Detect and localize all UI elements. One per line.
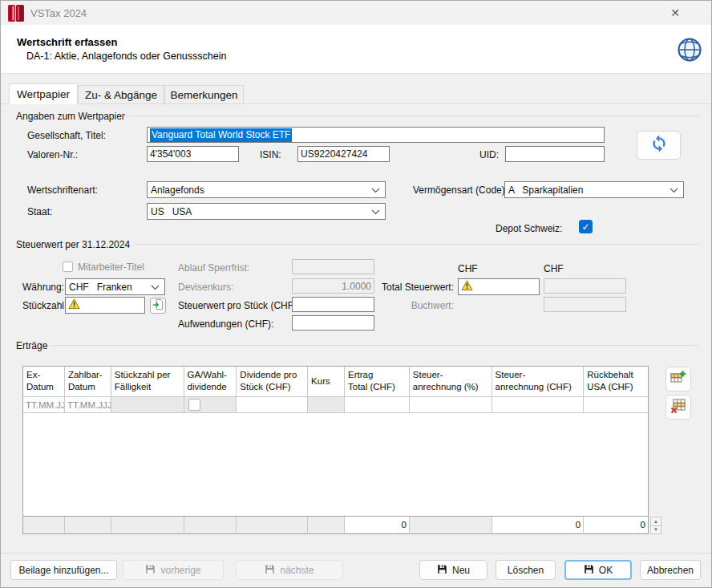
steueranrechnung-pct-cell[interactable] xyxy=(410,397,492,413)
loeschen-button[interactable]: Löschen xyxy=(496,560,556,580)
document-arrow-icon xyxy=(152,298,164,314)
total-steuerwert-input[interactable] xyxy=(458,278,540,295)
save-icon xyxy=(584,564,594,577)
rueckbehalt-usa-cell[interactable] xyxy=(584,397,648,413)
col-header-zahlbar-datum: Zahlbar- Datum xyxy=(65,367,111,397)
aufwendungen-label: Aufwendungen (CHF): xyxy=(178,318,273,330)
ertraege-table: Ex- Datum Zahlbar- Datum Stückzahl per F… xyxy=(22,366,649,517)
stueckzahl-label: Stückzahl: xyxy=(22,300,67,311)
buchwert-label: Buchwert: xyxy=(366,300,454,311)
button-label: Abbrechen xyxy=(647,565,694,576)
neu-button[interactable]: Neu xyxy=(419,560,487,580)
globe-icon xyxy=(676,36,703,63)
dividende-pro-stueck-cell[interactable] xyxy=(237,397,308,413)
group-ertraege-rule xyxy=(51,345,698,346)
isin-input[interactable]: US9220427424 xyxy=(297,146,390,162)
kurs-cell xyxy=(308,397,345,413)
add-row-button[interactable] xyxy=(665,367,691,391)
steueranrechnung-chf-cell[interactable] xyxy=(492,397,585,413)
delete-row-button[interactable] xyxy=(665,395,691,420)
ok-button[interactable]: OK xyxy=(564,560,632,580)
group-steuerwert-rule xyxy=(136,244,698,245)
mitarbeiter-titel-checkbox[interactable] xyxy=(63,262,73,272)
button-label: Beilage hinzufügen... xyxy=(18,565,108,576)
col-header-dividende-pro-stueck: Dividende pro Stück (CHF) xyxy=(237,367,308,397)
title-bar xyxy=(1,1,712,25)
depot-schweiz-checkbox[interactable]: ✓ xyxy=(579,220,593,233)
group-ertraege-label: Erträge xyxy=(16,340,47,351)
uid-label: UID: xyxy=(479,149,499,160)
ablauf-sperrfrist-label: Ablauf Sperrfrist: xyxy=(178,262,249,274)
tab-label: Wertpapier xyxy=(17,88,70,100)
gesellschaft-input[interactable]: Vanguard Total World Stock ETF xyxy=(147,127,605,143)
steuerwert-pro-stueck-input[interactable] xyxy=(292,297,374,312)
save-icon xyxy=(437,564,447,577)
col-header-steueranrechnung-pct: Steuer- anrechnung (%) xyxy=(410,367,492,397)
total-steueranrechnung-chf: 0 xyxy=(492,517,585,533)
waehrung-select[interactable]: CHF Franken xyxy=(65,278,165,295)
refresh-button[interactable] xyxy=(637,131,681,160)
group-steuerwert-label: Steuerwert per 31.12.2024 xyxy=(16,239,130,250)
col-header-kurs: Kurs xyxy=(308,367,345,397)
zahlbar-datum-cell[interactable]: TT.MM.JJJJ xyxy=(65,397,111,413)
ertrag-total-cell[interactable] xyxy=(345,397,410,413)
selected-text: Vanguard Total World Stock ETF xyxy=(150,128,292,142)
spinner-up-icon[interactable]: ▲ xyxy=(650,517,661,526)
table-totals-row: 0 0 0 xyxy=(22,517,649,534)
devisenkurs-input: 1.0000 xyxy=(292,278,374,294)
table-add-icon xyxy=(670,370,686,389)
spinner-down-icon[interactable]: ▼ xyxy=(650,526,661,535)
wertschriftenart-value: Anlagefonds xyxy=(151,185,204,196)
vstax-dialog-window: VSTax 2024 ✕ Wertschrift erfassen DA-1: … xyxy=(0,0,712,588)
naechste-button: nächste xyxy=(236,560,343,580)
ga-wahldividende-checkbox[interactable] xyxy=(188,399,200,411)
abbrechen-button[interactable]: Abbrechen xyxy=(640,560,701,580)
totals-row-spinner[interactable]: ▲ ▼ xyxy=(650,517,661,534)
total-empty xyxy=(237,517,308,533)
chf-header-left: CHF xyxy=(458,263,478,274)
buchwert-input xyxy=(544,297,626,312)
close-icon[interactable]: ✕ xyxy=(665,3,686,22)
valoren-label: Valoren-Nr.: xyxy=(27,149,78,160)
total-rueckbehalt-usa: 0 xyxy=(584,517,648,533)
button-label: OK xyxy=(599,565,613,576)
chevron-down-icon xyxy=(670,185,678,196)
wertschriftenart-select[interactable]: Anlagefonds xyxy=(147,181,386,198)
valoren-input[interactable]: 4'354'003 xyxy=(147,146,239,162)
table-header-row: Ex- Datum Zahlbar- Datum Stückzahl per F… xyxy=(23,367,648,397)
total-empty xyxy=(410,517,492,533)
aufwendungen-input[interactable] xyxy=(292,315,374,330)
col-header-stueckzahl: Stückzahl per Fälligkeit xyxy=(111,367,184,397)
total-empty xyxy=(23,517,65,533)
button-label: vorherige xyxy=(160,565,200,576)
steuerwert-pro-stueck-label: Steuerwert pro Stück (CHF): xyxy=(178,300,299,311)
vermoegensart-select[interactable]: A Sparkapitalien xyxy=(504,181,684,198)
chf-header-right: CHF xyxy=(544,263,564,274)
group-angaben-rule xyxy=(123,116,698,116)
ablauf-sperrfrist-input xyxy=(292,259,374,274)
total-steuerwert-chf-input xyxy=(544,278,626,294)
beilage-hinzufuegen-button[interactable]: Beilage hinzufügen... xyxy=(10,560,117,580)
col-header-rueckbehalt-usa: Rückbehalt USA (CHF) xyxy=(584,367,648,397)
total-ertrag: 0 xyxy=(345,517,410,533)
button-label: Löschen xyxy=(508,565,544,576)
page-subtitle: DA-1: Aktie, Anlagefonds oder Genusssche… xyxy=(26,51,226,62)
tab-bemerkungen[interactable]: Bemerkungen xyxy=(164,85,244,103)
tab-zu-abgaenge[interactable]: Zu- & Abgänge xyxy=(78,85,164,103)
button-label: nächste xyxy=(280,565,314,576)
ex-datum-cell[interactable]: TT.MM.JJJJ xyxy=(23,397,65,413)
save-icon xyxy=(145,564,156,577)
total-empty xyxy=(111,517,184,533)
group-angaben-label: Angaben zum Wertpapier xyxy=(16,111,125,122)
waehrung-value: CHF Franken xyxy=(69,282,132,293)
uid-input[interactable] xyxy=(505,146,605,162)
stueckzahl-input[interactable] xyxy=(65,297,145,314)
col-header-ex-datum: Ex- Datum xyxy=(23,367,65,397)
tab-wertpapier[interactable]: Wertpapier xyxy=(9,83,78,104)
refresh-icon xyxy=(650,135,668,156)
staat-select[interactable]: US USA xyxy=(147,203,386,220)
save-icon xyxy=(265,564,275,577)
stueckzahl-cell xyxy=(111,397,184,413)
depot-schweiz-label: Depot Schweiz: xyxy=(496,223,562,234)
stueckzahl-transfer-button[interactable] xyxy=(150,298,166,314)
